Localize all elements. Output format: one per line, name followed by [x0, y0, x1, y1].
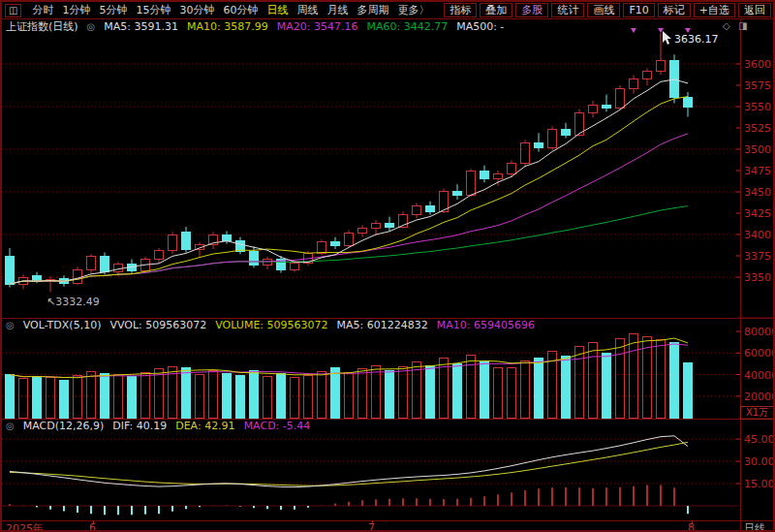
svg-text:3375: 3375 [744, 250, 771, 263]
collapse-macd-icon[interactable]: ◎ [6, 421, 15, 431]
diamond-tool-icon[interactable]: ◇ [723, 20, 730, 31]
svg-text:3400: 3400 [744, 229, 771, 241]
app-window: ◫ 分时1分钟5分钟15分钟30分钟60分钟日线周线月线多周期更多〉 指标叠加多… [0, 0, 775, 532]
period-tab-周线[interactable]: 周线 [296, 3, 318, 17]
symbol-title: 上证指数(日线) [6, 19, 78, 34]
svg-text:↖3332.49: ↖3332.49 [46, 296, 100, 308]
month-label-7: 7 [368, 521, 375, 532]
toolbar-button-叠加[interactable]: 叠加 [480, 3, 512, 17]
svg-text:3575: 3575 [744, 79, 771, 92]
svg-text:3550: 3550 [744, 101, 771, 113]
svg-text:30.00: 30.00 [744, 455, 773, 468]
volume-readout: MA10: 659405696 [437, 319, 535, 331]
volume-indicator-title: VOL-TDX(5,10) [23, 319, 102, 331]
period-tab-更多〉[interactable]: 更多〉 [397, 3, 429, 17]
period-tab-多周期[interactable]: 多周期 [356, 3, 388, 17]
svg-text:3475: 3475 [744, 165, 771, 177]
volume-readout: VVOL: 509563072 [109, 319, 206, 331]
toolbar-button-标记[interactable]: 标记 [658, 3, 691, 17]
period-tabs: ◫ 分时1分钟5分钟15分钟30分钟60分钟日线周线月线多周期更多〉 [2, 3, 429, 17]
macd-indicator-title: MACD(12,26,9) [23, 420, 105, 432]
period-tab-分时[interactable]: 分时 [32, 3, 53, 17]
ma-readout: MA10: 3587.99 [187, 20, 268, 33]
ma-readout: MA5: 3591.31 [104, 20, 178, 33]
volume-readout: MA5: 601224832 [337, 319, 428, 331]
svg-text:3600: 3600 [744, 58, 771, 71]
period-tab-30分钟[interactable]: 30分钟 [179, 3, 214, 17]
year-label: 2025年 [6, 521, 44, 532]
svg-text:3636.17: 3636.17 [674, 33, 719, 46]
toolbar-button-返回[interactable]: 返回 [738, 3, 771, 17]
toolbar-button-统计[interactable]: 统计 [551, 3, 584, 17]
ma-readout: MA20: 3547.16 [277, 20, 358, 33]
toolbar-button-F10[interactable]: F10 [623, 3, 654, 17]
svg-text:45.00: 45.00 [744, 433, 773, 446]
period-tab-月线[interactable]: 月线 [326, 3, 348, 17]
month-label-8: 8 [688, 521, 695, 532]
month-label-6: 6 [89, 521, 96, 532]
period-tab-15分钟[interactable]: 15分钟 [136, 3, 170, 17]
macd-indicator-header: ◎ MACD(12,26,9) DIF: 40.19DEA: 42.91MACD… [2, 419, 773, 432]
toolbar-button-画线[interactable]: 画线 [587, 3, 620, 17]
svg-text:3500: 3500 [744, 143, 771, 156]
bottom-period-label[interactable]: 日线 [744, 521, 765, 532]
svg-text:3350: 3350 [744, 271, 771, 284]
macd-readout: DIF: 40.19 [112, 420, 167, 432]
toolbar-button-+自选[interactable]: +自选 [694, 3, 735, 17]
volume-readout: VOLUME: 509563072 [215, 319, 327, 331]
volume-indicator-header: ◎ VOL-TDX(5,10) VVOL: 509563072VOLUME: 5… [2, 318, 773, 331]
collapse-main-icon[interactable]: ◎ [87, 21, 96, 32]
toolbar: ◫ 分时1分钟5分钟15分钟30分钟60分钟日线周线月线多周期更多〉 指标叠加多… [2, 2, 773, 19]
svg-text:20000: 20000 [744, 391, 773, 403]
split-view-icon[interactable]: ◨ [738, 20, 747, 31]
toolbar-actions: 指标叠加多股统计画线F10标记+自选返回 [441, 3, 773, 17]
macd-readout: DEA: 42.91 [175, 420, 234, 432]
macd-readout: MACD: -5.44 [244, 420, 311, 432]
period-tab-1分钟[interactable]: 1分钟 [62, 3, 90, 17]
main-indicator-header: 上证指数(日线) ◎ MA5: 3591.31MA10: 3587.99MA20… [2, 19, 773, 34]
svg-text:15.00: 15.00 [744, 478, 773, 490]
toolbar-button-多股[interactable]: 多股 [515, 3, 548, 17]
collapse-volume-icon[interactable]: ◎ [6, 320, 15, 330]
svg-text:60000: 60000 [744, 347, 773, 360]
layout-icon[interactable]: ◫ [5, 4, 21, 17]
svg-text:3525: 3525 [744, 122, 771, 135]
period-tab-60分钟[interactable]: 60分钟 [223, 3, 258, 17]
svg-text:40000: 40000 [744, 369, 773, 382]
toolbar-button-指标[interactable]: 指标 [444, 3, 477, 17]
ma-readout: MA60: 3442.77 [366, 20, 448, 33]
axis-divider [740, 521, 741, 532]
ma-readout: MA500: - [456, 20, 504, 33]
period-tab-日线[interactable]: 日线 [266, 3, 288, 17]
period-tab-5分钟[interactable]: 5分钟 [99, 3, 127, 17]
svg-text:3450: 3450 [744, 186, 771, 199]
date-axis: 2025年 日线 678 [2, 520, 773, 532]
svg-text:3425: 3425 [744, 207, 771, 220]
volume-unit-label: X1万 [740, 406, 774, 420]
chart-area[interactable]: 3600357535503525350034753450342534003375… [2, 19, 773, 520]
